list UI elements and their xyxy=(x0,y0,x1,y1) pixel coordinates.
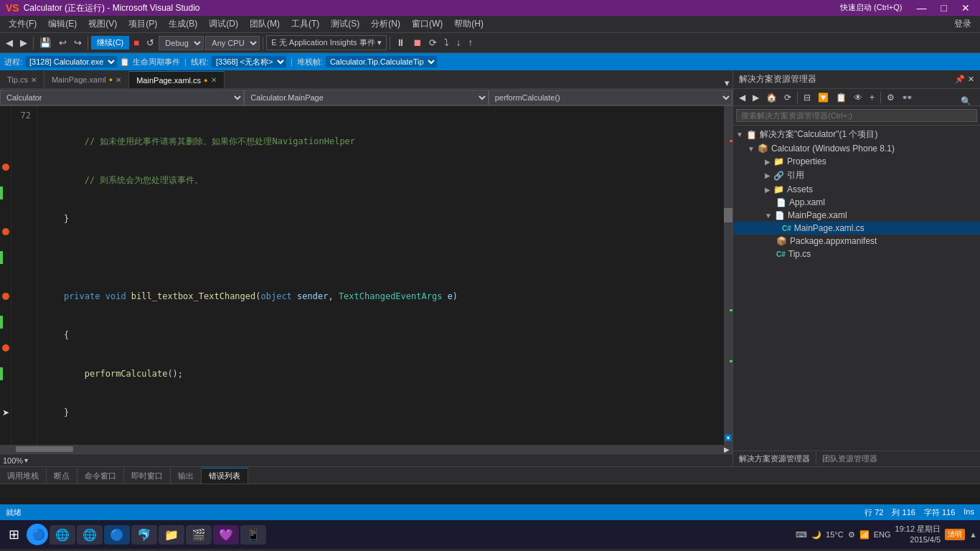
rp-forward[interactable]: ▶ xyxy=(750,91,762,104)
tab-mainpagexamlcs-close[interactable]: ✕ xyxy=(211,76,217,84)
maximize-button[interactable]: □ xyxy=(937,2,951,14)
keyboard-icon[interactable]: ⌨ xyxy=(796,530,807,540)
bottom-tab-bar: 调用堆栈 断点 命令窗口 即时窗口 输出 错误列表 xyxy=(0,467,980,484)
taskbar-cortana[interactable]: 🔵 xyxy=(27,524,48,545)
rp-tab-team[interactable]: 团队资源管理器 xyxy=(816,452,883,466)
vs-logo-icon: VS xyxy=(6,2,19,14)
toolbar-pause[interactable]: ⏸ xyxy=(393,36,408,50)
menu-help[interactable]: 帮助(H) xyxy=(448,17,489,32)
menu-test[interactable]: 测试(S) xyxy=(325,17,365,32)
rp-filter[interactable]: 🔽 xyxy=(815,91,831,104)
taskbar-phone[interactable]: 📱 xyxy=(240,525,266,545)
taskbar-ie[interactable]: 🌐 xyxy=(50,525,75,545)
toolbar-stepin[interactable]: ↓ xyxy=(453,36,464,50)
menu-view[interactable]: 视图(V) xyxy=(83,17,123,32)
method-select[interactable]: performCalculate() xyxy=(489,90,732,105)
moon-icon[interactable]: 🌙 xyxy=(811,530,821,540)
menu-file[interactable]: 文件(F) xyxy=(3,17,42,32)
menu-team[interactable]: 团队(M) xyxy=(244,17,286,32)
rp-settings[interactable]: ⚙ xyxy=(884,91,897,104)
taskbar-explorer[interactable]: 📁 xyxy=(159,525,184,545)
login-button[interactable]: 登录 xyxy=(948,17,977,32)
tree-appxaml[interactable]: 📄 App.xaml xyxy=(733,196,980,209)
toolbar-forward[interactable]: ▶ xyxy=(17,36,30,50)
toolbar-redo[interactable]: ↪ xyxy=(71,36,85,50)
toolbar-stepover[interactable]: ⤵ xyxy=(441,36,452,50)
tree-assets[interactable]: ▶ 📁 Assets xyxy=(733,183,980,196)
tab-mainpagexaml[interactable]: MainPage.xaml ● ✕ xyxy=(44,71,129,88)
tab-mainpagexaml-close[interactable]: ✕ xyxy=(116,76,121,84)
btab-errorlist[interactable]: 错误列表 xyxy=(202,468,248,484)
taskbar-360[interactable]: 🔵 xyxy=(104,525,130,545)
tree-solution[interactable]: ▼ 📋 解决方案"Calculator"(1 个项目) xyxy=(733,127,980,142)
rp-collapse[interactable]: ⊟ xyxy=(801,91,814,104)
rp-refresh[interactable]: ⟳ xyxy=(781,91,794,104)
cpu-select[interactable]: Any CPU xyxy=(205,36,260,50)
rp-back[interactable]: ◀ xyxy=(736,91,748,104)
rp-props[interactable]: 📋 xyxy=(833,91,849,104)
minimize-button[interactable]: — xyxy=(913,2,931,14)
btab-immediate[interactable]: 即时窗口 xyxy=(124,468,171,484)
tree-project[interactable]: ▼ 📦 Calculator (Windows Phone 8.1) xyxy=(733,142,980,155)
debug-mode-select[interactable]: Debug xyxy=(159,36,204,50)
stack-select[interactable]: Calculator.Tip.CalculateTip xyxy=(326,56,437,67)
tree-tipcs[interactable]: C# Tip.cs xyxy=(733,248,980,260)
rp-preview[interactable]: 👓 xyxy=(899,91,915,104)
panel-close-button[interactable]: ✕ xyxy=(968,75,974,84)
rp-new[interactable]: + xyxy=(867,91,877,104)
toolbar-stop2[interactable]: ⏹ xyxy=(410,36,425,50)
tab-overflow-button[interactable]: ▾ xyxy=(722,77,732,88)
close-button[interactable]: ✕ xyxy=(957,2,974,14)
taskbar-vs[interactable]: 💜 xyxy=(213,525,239,545)
code-editor[interactable]: // 如未使用此事件请将其删除。如果你不想处理NavigationHelper … xyxy=(37,106,724,445)
tree-manifest[interactable]: 📦 Package.appxmanifest xyxy=(733,235,980,248)
btab-callstack[interactable]: 调用堆栈 xyxy=(0,468,47,484)
rp-view[interactable]: 👁 xyxy=(851,91,865,104)
toolbar-save[interactable]: 💾 xyxy=(37,36,55,50)
toolbar-refresh[interactable]: ⟳ xyxy=(426,36,440,50)
insights-button[interactable]: E 无 Application Insights 事件 ▾ xyxy=(266,35,386,50)
horizontal-scrollbar[interactable]: ▶ xyxy=(0,445,732,453)
ins-indicator: Ins xyxy=(963,507,974,518)
tab-mainpagexamlcs[interactable]: MainPage.xaml.cs ● ✕ xyxy=(129,71,224,88)
btab-output[interactable]: 输出 xyxy=(171,468,202,484)
tree-references[interactable]: ▶ 🔗 引用 xyxy=(733,168,980,183)
zoom-button[interactable]: ▾ xyxy=(24,456,28,464)
toolbar-stop[interactable]: ■ xyxy=(131,36,142,50)
expand-icon[interactable]: ▲ xyxy=(969,530,977,539)
class-select[interactable]: Calculator xyxy=(0,90,244,105)
menu-project[interactable]: 项目(P) xyxy=(123,17,163,32)
menu-edit[interactable]: 编辑(E) xyxy=(42,17,83,32)
taskbar-media[interactable]: 🎬 xyxy=(186,525,212,545)
process-select[interactable]: [3128] Calculator.exe xyxy=(25,56,117,67)
start-button[interactable]: ⊞ xyxy=(3,524,25,545)
toolbar-undo[interactable]: ↩ xyxy=(56,36,70,50)
taskbar-chrome[interactable]: 🌐 xyxy=(77,525,103,545)
menu-build[interactable]: 生成(B) xyxy=(163,17,203,32)
menu-window[interactable]: 窗口(W) xyxy=(406,17,448,32)
tree-mainpagexaml[interactable]: ▼ 📄 MainPage.xaml xyxy=(733,209,980,222)
toolbar-back[interactable]: ◀ xyxy=(3,36,16,50)
solution-search-input[interactable] xyxy=(736,109,977,122)
tab-tipcs[interactable]: Tip.cs ✕ xyxy=(0,71,44,88)
continue-button[interactable]: 继续(C) xyxy=(91,36,129,50)
menu-analyze[interactable]: 分析(N) xyxy=(365,17,406,32)
menu-tools[interactable]: 工具(T) xyxy=(286,17,325,32)
tab-tipcs-close[interactable]: ✕ xyxy=(31,76,37,84)
code-line: private void bill_textbox_TextChanged(ob… xyxy=(43,290,718,303)
rp-home[interactable]: 🏠 xyxy=(763,91,780,104)
btab-breakpoints[interactable]: 断点 xyxy=(47,468,77,484)
menu-debug[interactable]: 调试(D) xyxy=(203,17,244,32)
class-select2[interactable]: Calculator.MainPage xyxy=(244,90,488,105)
quick-launch[interactable]: 快速启动 (Ctrl+Q) xyxy=(836,2,906,14)
thread-select[interactable]: [3368] <无名称> xyxy=(212,56,286,67)
tree-properties[interactable]: ▶ 📁 Properties xyxy=(733,155,980,168)
toolbar-stepout[interactable]: ↑ xyxy=(465,36,476,50)
rp-tab-solution[interactable]: 解决方案资源管理器 xyxy=(733,452,816,466)
tree-mainpagexamlcs[interactable]: C# MainPage.xaml.cs xyxy=(733,222,980,235)
panel-pin-button[interactable]: 📌 xyxy=(955,75,965,84)
editor-scrollbar[interactable]: ▾ xyxy=(724,106,732,445)
toolbar-restart[interactable]: ↺ xyxy=(143,36,157,50)
taskbar-dolphin[interactable]: 🐬 xyxy=(131,525,157,545)
btab-command[interactable]: 命令窗口 xyxy=(77,468,124,484)
